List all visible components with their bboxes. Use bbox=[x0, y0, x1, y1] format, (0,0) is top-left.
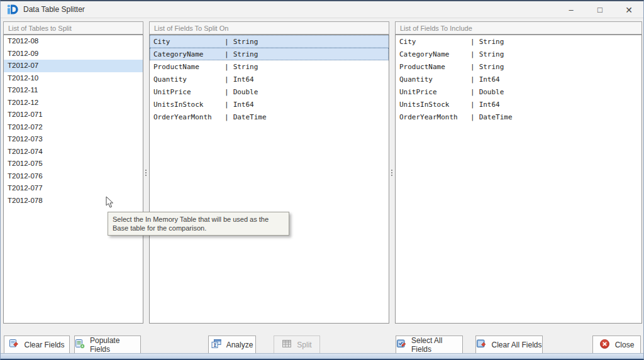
table-list-item[interactable]: T2012-08 bbox=[4, 35, 143, 48]
table-list-item[interactable]: T2012-072 bbox=[4, 121, 143, 134]
select-all-fields-button[interactable]: Select All Fields bbox=[396, 335, 463, 354]
field-name: City bbox=[399, 38, 470, 46]
field-list-item[interactable]: City|String bbox=[396, 35, 641, 48]
field-name: ProductName bbox=[399, 63, 470, 71]
analyze-label: Analyze bbox=[226, 341, 253, 349]
field-type: String bbox=[479, 63, 504, 71]
clear-all-fields-icon bbox=[476, 339, 486, 351]
field-name: UnitsInStock bbox=[153, 101, 225, 109]
split-fields-listbox[interactable]: City|String CategoryName|String ProductN… bbox=[149, 35, 389, 324]
field-list-item[interactable]: Quantity|Int64 bbox=[396, 73, 641, 85]
field-type: Int64 bbox=[233, 75, 254, 84]
clear-fields-icon bbox=[9, 339, 19, 351]
data-table-splitter-window: Data Table Splitter – □ ✕ List of Tables… bbox=[0, 0, 644, 360]
close-button[interactable]: Close bbox=[592, 335, 641, 354]
field-type: DateTime bbox=[479, 113, 513, 121]
splitter-grip-icon bbox=[145, 170, 147, 171]
table-list-item[interactable]: T2012-09 bbox=[4, 48, 143, 60]
field-list-item[interactable]: OrderYearMonth|DateTime bbox=[396, 111, 641, 123]
panel-splitter[interactable] bbox=[389, 21, 395, 324]
populate-fields-button[interactable]: Populate Fields bbox=[74, 335, 141, 354]
field-type: String bbox=[233, 38, 258, 46]
field-list-item[interactable]: UnitPrice|Double bbox=[396, 85, 641, 98]
field-list-item[interactable]: ProductName|String bbox=[396, 60, 641, 73]
select-all-fields-icon bbox=[396, 339, 406, 351]
split-icon bbox=[282, 339, 292, 351]
field-list-item-selected[interactable]: CategoryName|String bbox=[150, 48, 389, 60]
table-list-item[interactable]: T2012-10 bbox=[4, 72, 143, 85]
status-strip bbox=[1, 353, 643, 359]
include-fields-panel: List of Fields To Include City|String Ca… bbox=[395, 21, 642, 324]
field-type: Double bbox=[479, 88, 504, 96]
table-list-item[interactable]: T2012-076 bbox=[4, 170, 143, 183]
clear-all-fields-label: Clear All Fields bbox=[491, 341, 541, 349]
table-list-item[interactable]: T2012-077 bbox=[4, 182, 143, 195]
clear-fields-button[interactable]: Clear Fields bbox=[4, 335, 70, 354]
populate-fields-icon bbox=[75, 339, 85, 351]
clear-all-fields-button[interactable]: Clear All Fields bbox=[475, 335, 543, 354]
field-name: OrderYearMonth bbox=[153, 113, 225, 121]
field-separator: | bbox=[470, 101, 475, 109]
analyze-button[interactable]: Σ Analyze bbox=[208, 335, 256, 354]
svg-text:Σ: Σ bbox=[213, 342, 216, 348]
field-name: CategoryName bbox=[399, 50, 470, 58]
field-name: UnitPrice bbox=[399, 88, 470, 96]
app-logo-icon bbox=[6, 3, 19, 16]
main-content: List of Tables to Split T2012-08 T2012-0… bbox=[1, 19, 643, 353]
tables-panel: List of Tables to Split T2012-08 T2012-0… bbox=[3, 21, 143, 324]
field-list-item[interactable]: OrderYearMonth|DateTime bbox=[150, 111, 389, 123]
field-list-item[interactable]: CategoryName|String bbox=[396, 48, 641, 60]
close-icon bbox=[599, 339, 610, 351]
table-list-item[interactable]: T2012-075 bbox=[4, 158, 143, 170]
field-name: City bbox=[153, 38, 225, 46]
field-list-item[interactable]: UnitsInStock|Int64 bbox=[150, 98, 389, 111]
field-name: UnitPrice bbox=[153, 88, 225, 96]
field-list-item[interactable]: Quantity|Int64 bbox=[150, 73, 389, 85]
tooltip: Select the In Memory Table that will be … bbox=[108, 212, 289, 236]
field-type: String bbox=[233, 50, 258, 58]
field-type: String bbox=[233, 63, 258, 71]
split-button[interactable]: Split bbox=[274, 335, 320, 354]
field-name: ProductName bbox=[153, 63, 225, 71]
table-list-item[interactable]: T2012-11 bbox=[4, 84, 143, 97]
minimize-button[interactable]: – bbox=[557, 1, 586, 18]
table-list-item[interactable]: T2012-074 bbox=[4, 146, 143, 158]
field-name: CategoryName bbox=[153, 50, 225, 58]
close-label: Close bbox=[615, 341, 635, 349]
panel-splitter[interactable] bbox=[143, 21, 149, 324]
table-list-item[interactable]: T2012-12 bbox=[4, 97, 143, 109]
field-type: Int64 bbox=[479, 101, 500, 109]
tables-panel-header: List of Tables to Split bbox=[3, 21, 143, 35]
field-separator: | bbox=[470, 113, 475, 121]
analyze-icon: Σ bbox=[211, 339, 221, 351]
tables-listbox[interactable]: T2012-08 T2012-09 T2012-07 T2012-10 T201… bbox=[3, 35, 143, 324]
split-fields-panel-header: List of Fields To Split On bbox=[149, 21, 389, 35]
select-all-fields-label: Select All Fields bbox=[411, 336, 462, 354]
field-type: String bbox=[479, 38, 504, 46]
field-separator: | bbox=[225, 88, 229, 96]
table-list-item[interactable]: T2012-078 bbox=[4, 195, 143, 207]
field-name: Quantity bbox=[399, 75, 470, 84]
field-type: String bbox=[479, 50, 504, 58]
table-list-item[interactable]: T2012-073 bbox=[4, 133, 143, 146]
titlebar: Data Table Splitter – □ ✕ bbox=[1, 1, 643, 18]
clear-fields-label: Clear Fields bbox=[24, 341, 64, 349]
table-list-item[interactable]: T2012-071 bbox=[4, 109, 143, 121]
field-list-item[interactable]: UnitsInStock|Int64 bbox=[396, 98, 641, 111]
table-list-item-selected[interactable]: T2012-07 bbox=[4, 60, 143, 72]
field-separator: | bbox=[225, 101, 229, 109]
field-list-item-selected[interactable]: City|String bbox=[150, 35, 389, 48]
field-separator: | bbox=[225, 38, 229, 46]
splitter-grip-icon bbox=[391, 170, 392, 171]
field-list-item[interactable]: UnitPrice|Double bbox=[150, 85, 389, 98]
field-type: Int64 bbox=[479, 75, 500, 84]
maximize-button[interactable]: □ bbox=[586, 1, 614, 18]
field-name: OrderYearMonth bbox=[399, 113, 470, 121]
close-window-button[interactable]: ✕ bbox=[614, 1, 643, 18]
split-label: Split bbox=[297, 341, 311, 349]
field-separator: | bbox=[225, 113, 229, 121]
field-separator: | bbox=[470, 63, 475, 71]
field-type: Int64 bbox=[233, 101, 254, 109]
include-fields-listbox[interactable]: City|String CategoryName|String ProductN… bbox=[395, 35, 642, 324]
field-list-item[interactable]: ProductName|String bbox=[150, 60, 389, 73]
